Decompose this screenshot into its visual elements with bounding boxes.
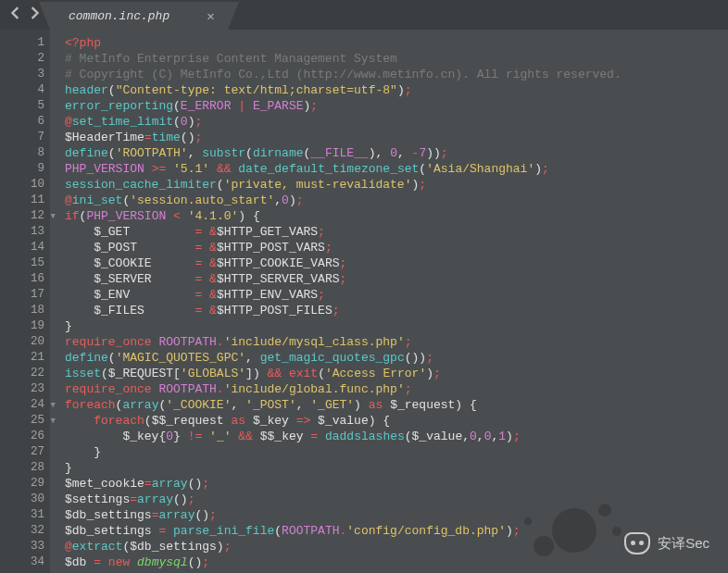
line-number: 17 — [0, 287, 44, 303]
code-line[interactable]: error_reporting(E_ERROR | E_PARSE); — [65, 98, 621, 114]
fold-icon[interactable]: ▼ — [51, 398, 56, 414]
line-number: 12▼ — [0, 208, 44, 224]
fold-icon[interactable]: ▼ — [51, 209, 56, 225]
code-line[interactable]: header("Content-type: text/html;charset=… — [65, 82, 621, 98]
line-number: 19 — [0, 318, 44, 334]
line-number: 13 — [0, 224, 44, 240]
code-line[interactable]: $db_settings=array(); — [65, 507, 621, 523]
code-line[interactable]: # MetInfo Enterprise Content Management … — [65, 51, 621, 67]
code-line[interactable]: require_once ROOTPATH.'include/global.fu… — [65, 381, 621, 397]
code-line[interactable]: $_key{0} != '_' && $$_key = daddslashes(… — [65, 429, 621, 444]
line-number: 8 — [0, 145, 44, 161]
line-number: 11 — [0, 193, 44, 208]
line-number: 22 — [0, 366, 44, 381]
close-icon[interactable]: ✕ — [207, 8, 214, 24]
code-area[interactable]: <?php# MetInfo Enterprise Content Manage… — [50, 30, 621, 573]
tab-filename: common.inc.php — [69, 9, 169, 23]
line-number: 27 — [0, 444, 44, 460]
code-line[interactable]: $_SERVER = &$HTTP_SERVER_VARS; — [65, 271, 621, 287]
line-number: 6 — [0, 114, 44, 130]
line-number: 16 — [0, 271, 44, 287]
code-line[interactable]: $_POST = &$HTTP_POST_VARS; — [65, 240, 621, 255]
code-line[interactable]: define('ROOTPATH', substr(dirname(__FILE… — [65, 145, 621, 161]
code-line[interactable]: $_GET = &$HTTP_GET_VARS; — [65, 224, 621, 240]
code-line[interactable]: @extract($db_settings); — [65, 539, 621, 554]
code-line[interactable]: foreach(array('_COOKIE', '_POST', '_GET'… — [65, 397, 621, 413]
line-number: 32 — [0, 523, 44, 539]
code-line[interactable]: $_ENV = &$HTTP_ENV_VARS; — [65, 287, 621, 303]
line-number: 5 — [0, 98, 44, 114]
code-line[interactable]: @set_time_limit(0); — [65, 114, 621, 130]
fold-icon[interactable]: ▼ — [51, 414, 56, 430]
line-number: 23 — [0, 381, 44, 397]
code-line[interactable]: # Copyright (C) MetInfo Co.,Ltd (http://… — [65, 67, 621, 82]
line-number: 9 — [0, 161, 44, 177]
code-line[interactable]: $db_settings = parse_ini_file(ROOTPATH.'… — [65, 523, 621, 539]
code-line[interactable]: @ini_set('session.auto_start',0); — [65, 193, 621, 208]
line-number: 26 — [0, 429, 44, 444]
code-line[interactable]: foreach($$_request as $_key => $_value) … — [65, 413, 621, 429]
line-number: 30 — [0, 492, 44, 507]
line-number: 33 — [0, 539, 44, 554]
nav-forward-icon[interactable] — [30, 6, 39, 23]
code-line[interactable]: $_COOKIE = &$HTTP_COOKIE_VARS; — [65, 255, 621, 271]
code-line[interactable]: $_FILES = &$HTTP_POST_FILES; — [65, 303, 621, 318]
line-number: 18 — [0, 303, 44, 318]
code-line[interactable]: if(PHP_VERSION < '4.1.0') { — [65, 208, 621, 224]
code-line[interactable]: } — [65, 318, 621, 334]
code-line[interactable]: $settings=array(); — [65, 492, 621, 507]
code-line[interactable]: $HeaderTime=time(); — [65, 130, 621, 145]
code-line[interactable]: } — [65, 444, 621, 460]
code-line[interactable]: <?php — [65, 35, 621, 51]
line-number: 29 — [0, 476, 44, 492]
code-line[interactable]: $met_cookie=array(); — [65, 476, 621, 492]
line-number: 34 — [0, 554, 44, 570]
line-number: 4 — [0, 82, 44, 98]
line-number: 7 — [0, 130, 44, 145]
line-number: 24▼ — [0, 397, 44, 413]
line-number: 28 — [0, 460, 44, 476]
code-line[interactable]: isset($_REQUEST['GLOBALS']) && exit('Acc… — [65, 366, 621, 381]
code-line[interactable]: } — [65, 460, 621, 476]
line-number: 20 — [0, 334, 44, 350]
title-bar: common.inc.php ✕ — [0, 0, 728, 30]
line-number: 1 — [0, 35, 44, 51]
code-line[interactable]: $db = new dbmysql(); — [65, 554, 621, 570]
code-line[interactable]: PHP_VERSION >= '5.1' && date_default_tim… — [65, 161, 621, 177]
line-number: 31 — [0, 507, 44, 523]
line-number: 10 — [0, 177, 44, 193]
file-tab[interactable]: common.inc.php ✕ — [50, 2, 228, 30]
code-line[interactable]: require_once ROOTPATH.'include/mysql_cla… — [65, 334, 621, 350]
line-number-gutter: 123456789101112▼131415161718192021222324… — [0, 30, 50, 573]
code-line[interactable]: define('MAGIC_QUOTES_GPC', get_magic_quo… — [65, 350, 621, 366]
line-number: 25▼ — [0, 413, 44, 429]
line-number: 3 — [0, 67, 44, 82]
line-number: 21 — [0, 350, 44, 366]
nav-back-icon[interactable] — [11, 6, 20, 23]
line-number: 14 — [0, 240, 44, 255]
line-number: 2 — [0, 51, 44, 67]
editor: 123456789101112▼131415161718192021222324… — [0, 30, 728, 573]
line-number: 15 — [0, 255, 44, 271]
code-line[interactable]: session_cache_limiter('private, must-rev… — [65, 177, 621, 193]
